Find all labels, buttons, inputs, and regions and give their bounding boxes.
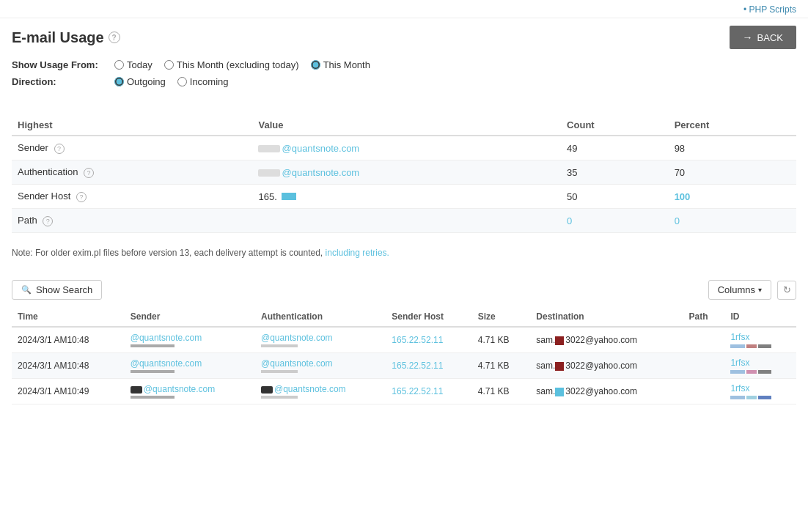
col-time: Time	[12, 307, 125, 327]
dest-text: sam.	[536, 386, 555, 396]
col-value: Value	[252, 115, 561, 136]
col-authentication: Authentication	[255, 307, 386, 327]
stats-header-row: Highest Value Count Percent	[12, 115, 796, 136]
sender-underbar	[131, 396, 175, 399]
col-id: ID	[724, 307, 796, 327]
sender-host-mini-bar	[282, 193, 296, 200]
cell-sender-host: 165.22.52.11	[386, 379, 471, 404]
sender-value: @quantsnote.com	[252, 136, 561, 160]
sender-blurred	[258, 145, 280, 152]
sender-host-count: 50	[561, 185, 669, 209]
sender-host-percent: 100	[669, 185, 796, 209]
auth-info-icon[interactable]: ?	[84, 168, 94, 178]
cell-size: 4.71 KB	[472, 327, 531, 353]
id-color-bars	[730, 344, 790, 348]
radio-excluding-input[interactable]	[164, 60, 174, 70]
radio-today[interactable]: Today	[114, 59, 153, 70]
cell-destination: sam.3022@yahoo.com	[530, 327, 683, 353]
radio-this-month-excluding[interactable]: This Month (excluding today)	[164, 59, 299, 70]
id-bar-segment	[758, 344, 771, 348]
header-row: E-mail Usage ? BACK	[0, 18, 808, 55]
columns-button[interactable]: Columns	[708, 280, 771, 300]
dest-text: sam.	[536, 361, 555, 371]
page-title: E-mail Usage ?	[12, 29, 120, 46]
cell-authentication: @quantsnote.com	[255, 353, 386, 379]
sender-percent: 98	[669, 136, 796, 160]
radio-excluding-label: This Month (excluding today)	[177, 59, 299, 70]
col-percent: Percent	[669, 115, 796, 136]
cell-path	[683, 353, 724, 379]
php-scripts-link[interactable]: PHP Scripts	[743, 4, 796, 15]
toolbar-right: Columns ↻	[708, 280, 796, 300]
direction-radio-group: Outgoing Incoming	[114, 76, 229, 87]
id-color-bars	[730, 396, 790, 399]
show-usage-row: Show Usage From: Today This Month (exclu…	[12, 59, 796, 70]
cell-size: 4.71 KB	[472, 353, 531, 379]
toolbar-row: 🔍 Show Search Columns ↻	[0, 273, 808, 307]
id-bar-segment	[758, 370, 771, 374]
radio-outgoing-input[interactable]	[114, 77, 124, 86]
note: Note: For older exim.pl files before ver…	[0, 240, 808, 261]
show-search-button[interactable]: 🔍 Show Search	[12, 280, 102, 300]
page-title-text: E-mail Usage	[12, 29, 104, 46]
cell-time: 2024/3/1 AM10:48	[12, 327, 125, 353]
sender-host-value: 165.	[252, 185, 561, 209]
data-header-row: Time Sender Authentication Sender Host S…	[12, 307, 796, 327]
stats-table-container: Highest Value Count Percent Sender ? @qu…	[0, 108, 808, 240]
radio-incoming-input[interactable]	[177, 77, 187, 86]
cell-authentication: @quantsnote.com	[255, 327, 386, 353]
cell-size: 4.71 KB	[472, 379, 531, 404]
radio-incoming[interactable]: Incoming	[177, 76, 229, 87]
show-usage-label: Show Usage From:	[12, 59, 100, 70]
refresh-button[interactable]: ↻	[777, 281, 796, 300]
back-button[interactable]: BACK	[730, 26, 796, 49]
path-label: Path ?	[12, 209, 252, 233]
cell-destination: sam.3022@yahoo.com	[530, 379, 683, 404]
radio-incoming-label: Incoming	[190, 76, 229, 87]
stats-row-path: Path ? 0 0	[12, 209, 796, 233]
col-sender-host: Sender Host	[386, 307, 471, 327]
stats-row-auth: Authentication ? @quantsnote.com 35 70	[12, 160, 796, 185]
path-count: 0	[561, 209, 669, 233]
col-path: Path	[683, 307, 724, 327]
cell-path	[683, 327, 724, 353]
radio-outgoing[interactable]: Outgoing	[114, 76, 166, 87]
id-bar-segment	[730, 370, 745, 374]
auth-underbar	[261, 370, 298, 373]
path-info-icon[interactable]: ?	[43, 216, 53, 226]
sender-info-icon[interactable]: ?	[54, 144, 65, 154]
radio-this-month[interactable]: This Month	[311, 59, 370, 70]
sender-icon	[131, 386, 142, 394]
col-destination: Destination	[530, 307, 683, 327]
col-highest: Highest	[12, 115, 252, 136]
sender-underbar	[131, 370, 175, 373]
id-bar-segment	[758, 396, 771, 399]
cell-id: 1rfsx	[724, 353, 796, 379]
col-size: Size	[472, 307, 531, 327]
help-icon[interactable]: ?	[109, 32, 120, 43]
top-bar: PHP Scripts	[0, 0, 808, 18]
sender-count: 49	[561, 136, 669, 160]
search-icon: 🔍	[21, 285, 32, 295]
auth-underbar	[261, 396, 298, 399]
auth-percent: 70	[669, 160, 796, 185]
auth-underbar	[261, 344, 298, 347]
auth-label: Authentication ?	[12, 160, 252, 185]
id-bar-segment	[730, 396, 745, 399]
radio-today-input[interactable]	[114, 60, 124, 70]
cell-sender-host: 165.22.52.11	[386, 353, 471, 379]
stats-row-sender: Sender ? @quantsnote.com 49 98	[12, 136, 796, 160]
radio-this-month-input[interactable]	[311, 60, 320, 70]
col-sender: Sender	[125, 307, 255, 327]
sender-host-info-icon[interactable]: ?	[76, 192, 87, 202]
auth-blurred	[258, 169, 280, 177]
radio-today-label: Today	[127, 59, 153, 70]
cell-id: 1rfsx	[724, 379, 796, 404]
table-row: 2024/3/1 AM10:48 @quantsnote.com @quants…	[12, 327, 796, 353]
columns-label: Columns	[718, 284, 755, 295]
cell-time: 2024/3/1 AM10:48	[12, 353, 125, 379]
cell-sender: @quantsnote.com	[125, 353, 255, 379]
radio-outgoing-label: Outgoing	[127, 76, 166, 87]
dest-color-box	[555, 388, 564, 396]
cell-path	[683, 379, 724, 404]
